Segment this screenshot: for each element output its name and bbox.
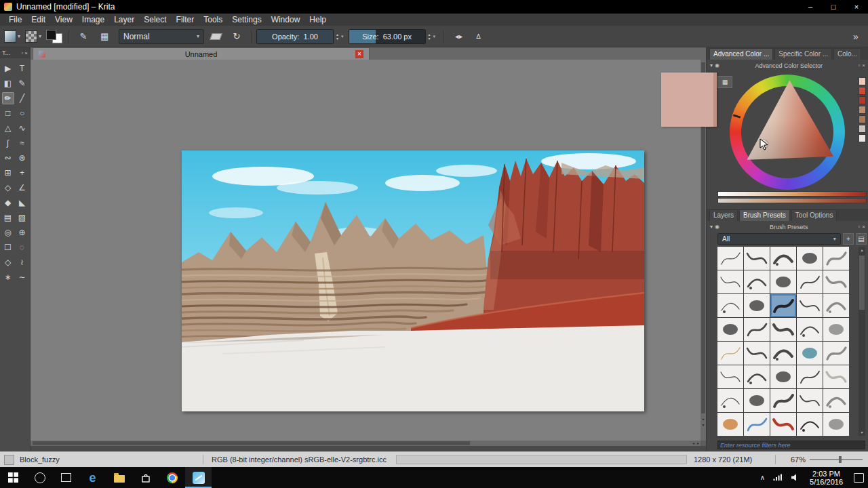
- reload-preset-button[interactable]: ↻: [227, 28, 246, 45]
- brush-preset-thumbnail[interactable]: [770, 270, 796, 293]
- brush-preset-thumbnail[interactable]: [744, 389, 770, 412]
- brush-preset-thumbnail[interactable]: [717, 270, 743, 293]
- gradient-tool[interactable]: ▤: [2, 211, 14, 224]
- mirror-vertical-button[interactable]: ⊳: [469, 28, 488, 45]
- menu-edit[interactable]: Edit: [26, 14, 50, 26]
- scroll-right-icon[interactable]: ▸: [697, 441, 699, 446]
- close-docker-icon[interactable]: ×: [862, 224, 865, 230]
- brush-preset-thumbnail[interactable]: [797, 413, 823, 436]
- freehand-select-tool[interactable]: ≀: [16, 256, 28, 268]
- brush-preset-thumbnail[interactable]: [744, 413, 770, 436]
- brush-preset-thumbnail[interactable]: [744, 365, 770, 388]
- size-preset-caret-icon[interactable]: ▾: [433, 34, 436, 39]
- brush-preset-thumbnail[interactable]: [744, 247, 770, 270]
- text-tool[interactable]: T: [16, 62, 28, 75]
- measure-tool[interactable]: ∠: [16, 182, 28, 194]
- docker-menu-icon[interactable]: ◉: [715, 62, 719, 68]
- add-tag-button[interactable]: +: [843, 233, 854, 245]
- float-docker-icon[interactable]: ▫: [21, 50, 23, 56]
- polygon-tool[interactable]: △: [2, 122, 14, 134]
- brush-preset-thumbnail[interactable]: [717, 389, 743, 412]
- brush-preset-thumbnail[interactable]: [744, 342, 770, 365]
- eraser-mode-button[interactable]: [206, 28, 225, 45]
- docker-tab[interactable]: Specific Color ...: [774, 48, 832, 60]
- color-history-swatch[interactable]: [859, 134, 866, 142]
- move-tool[interactable]: +: [16, 167, 28, 179]
- start-button[interactable]: [0, 467, 26, 488]
- ellipse-select-tool[interactable]: ◌: [16, 241, 28, 253]
- pan-tool[interactable]: ⊕: [16, 226, 28, 239]
- docker-tab[interactable]: Brush Presets: [739, 209, 790, 221]
- rect-select-tool[interactable]: ☐: [2, 241, 14, 253]
- preset-tag-select[interactable]: All ▾: [717, 233, 841, 245]
- volume-icon[interactable]: [791, 474, 799, 481]
- edge-button[interactable]: e: [79, 467, 106, 488]
- zoom-slider-handle[interactable]: [839, 456, 842, 463]
- brush-preset-thumbnail[interactable]: [717, 365, 743, 388]
- scroll-up-icon[interactable]: ▴: [702, 416, 704, 422]
- horizontal-scrollbar-thumb[interactable]: [33, 441, 470, 445]
- menu-tools[interactable]: Tools: [199, 14, 227, 26]
- scroll-down-icon[interactable]: ▾: [702, 422, 704, 428]
- taskbar-clock[interactable]: 2:03 PM 5/16/2016: [810, 470, 843, 486]
- brush-preset-thumbnail[interactable]: [770, 318, 796, 341]
- shape-select-tool[interactable]: ▶: [2, 62, 14, 75]
- float-docker-icon[interactable]: ▫: [858, 62, 860, 68]
- color-history-swatch[interactable]: [859, 106, 866, 114]
- menu-view[interactable]: View: [50, 14, 77, 26]
- color-wheel[interactable]: [730, 75, 845, 190]
- polygon-select-tool[interactable]: ◇: [2, 256, 14, 268]
- view-mode-button[interactable]: ▤: [856, 233, 867, 245]
- brush-preset-thumbnail[interactable]: [717, 413, 743, 436]
- document-tab-close-button[interactable]: ×: [355, 50, 363, 58]
- canvas-horizontal-scrollbar[interactable]: ◂ ▸: [31, 441, 701, 446]
- docker-tab[interactable]: Advanced Color ...: [709, 48, 773, 60]
- maximize-button[interactable]: □: [822, 0, 845, 14]
- brush-preset-thumbnail[interactable]: [717, 294, 743, 317]
- color-history-swatch[interactable]: [859, 115, 866, 123]
- minimize-button[interactable]: –: [799, 0, 822, 14]
- menu-settings[interactable]: Settings: [227, 14, 266, 26]
- mirror-horizontal-button[interactable]: ◄►: [448, 28, 467, 45]
- document-tab[interactable]: Unnamed ×: [33, 47, 370, 60]
- scroll-up-icon[interactable]: ▴: [859, 247, 865, 253]
- brush-preset-thumbnail[interactable]: [717, 318, 743, 341]
- brush-preset-thumbnail[interactable]: [770, 413, 796, 436]
- transform-tool[interactable]: ◇: [2, 182, 14, 194]
- brush-preset-thumbnail[interactable]: [797, 389, 823, 412]
- collapse-docker-icon[interactable]: ▾: [710, 224, 713, 230]
- ellipse-tool[interactable]: ○: [16, 107, 28, 119]
- color-history-swatch[interactable]: [859, 87, 866, 95]
- brush-preset-chooser-button[interactable]: ✎: [74, 28, 93, 45]
- action-center-icon[interactable]: [854, 473, 864, 483]
- calligraphy-tool[interactable]: ✎: [16, 77, 28, 89]
- docker-menu-icon[interactable]: ◉: [715, 224, 719, 230]
- brush-preset-thumbnail[interactable]: [797, 270, 823, 293]
- close-button[interactable]: ×: [845, 0, 868, 14]
- menu-help[interactable]: Help: [304, 14, 331, 26]
- shade-gradient-strip-2[interactable]: [717, 198, 867, 203]
- scroll-left-icon[interactable]: ◂: [692, 441, 694, 446]
- fg-bg-color-button[interactable]: [45, 28, 64, 45]
- close-docker-icon[interactable]: ×: [862, 62, 865, 68]
- shade-gradient-strip-1[interactable]: [717, 191, 867, 197]
- float-docker-icon[interactable]: ▫: [858, 224, 860, 230]
- brush-preset-thumbnail[interactable]: [770, 389, 796, 412]
- brush-preset-thumbnail[interactable]: [823, 270, 849, 293]
- opacity-slider[interactable]: Opacity: 1.00: [256, 29, 334, 44]
- brush-preset-thumbnail[interactable]: [797, 342, 823, 365]
- brush-preset-thumbnail[interactable]: [744, 318, 770, 341]
- dynamic-brush-tool[interactable]: ∾: [2, 152, 14, 164]
- menu-image[interactable]: Image: [77, 14, 109, 26]
- edit-shapes-tool[interactable]: ◧: [2, 77, 14, 89]
- krita-taskbar-button[interactable]: [185, 467, 212, 488]
- size-spinner[interactable]: ▴ ▾: [429, 33, 431, 41]
- brush-preset-thumbnail[interactable]: [823, 413, 849, 436]
- magnetic-select-tool[interactable]: ∼: [16, 271, 28, 283]
- canvas-painting[interactable]: [182, 150, 644, 411]
- fill-tool[interactable]: ◆: [2, 197, 14, 209]
- polyline-tool[interactable]: ∿: [16, 122, 28, 134]
- brush-preset-thumbnail[interactable]: [823, 365, 849, 388]
- brush-preset-thumbnail[interactable]: [770, 342, 796, 365]
- menu-select[interactable]: Select: [139, 14, 171, 26]
